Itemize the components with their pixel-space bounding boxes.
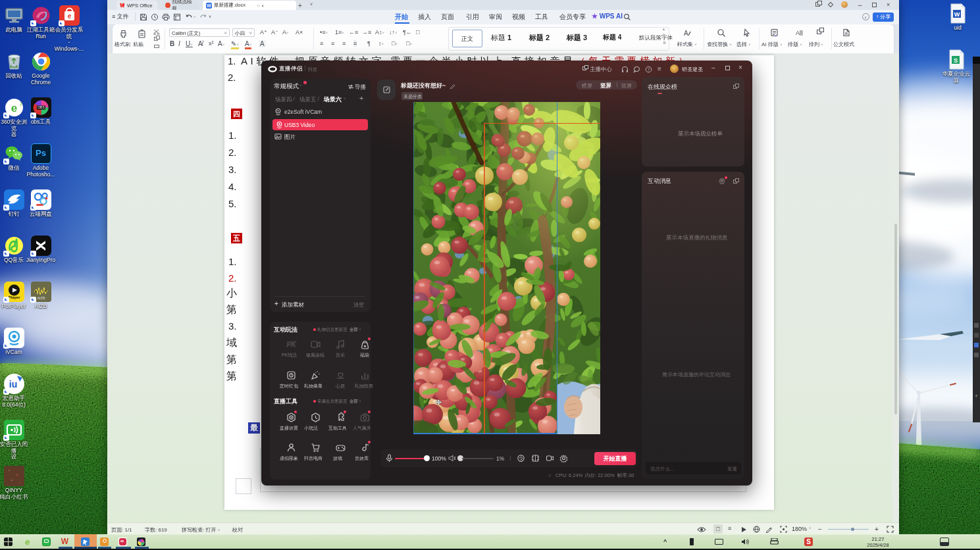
svg-text:e: e	[11, 102, 16, 114]
svg-text:e: e	[67, 12, 71, 20]
svg-text:S: S	[953, 57, 957, 64]
svg-text:+: +	[775, 34, 777, 38]
svg-text:PK: PK	[287, 341, 297, 348]
svg-text:Player: Player	[8, 295, 20, 299]
svg-text:AIZB: AIZB	[37, 296, 45, 300]
svg-text:iu: iu	[9, 379, 16, 389]
svg-text:W: W	[954, 11, 960, 18]
svg-text:OBS: OBS	[38, 105, 45, 109]
svg-text:A: A	[796, 30, 800, 36]
svg-text:?: ?	[648, 67, 650, 72]
svg-text:A: A	[684, 30, 688, 37]
